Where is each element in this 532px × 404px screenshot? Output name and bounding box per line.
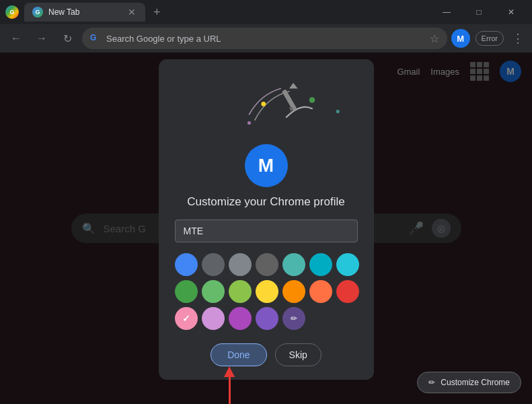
back-button[interactable]: ← [5, 28, 27, 49]
customize-chrome-button[interactable]: ✏ Customize Chrome [417, 372, 521, 393]
profile-avatar-modal: M [245, 144, 288, 187]
color-swatch-gray3[interactable] [256, 253, 278, 276]
color-swatch-custom-edit[interactable] [282, 307, 305, 330]
color-swatch-blue1[interactable] [175, 253, 198, 276]
title-bar-controls: — □ ✕ [431, 3, 527, 22]
color-swatch-teal1[interactable] [282, 253, 305, 276]
minimize-button[interactable]: — [431, 3, 462, 22]
profile-avatar-nav[interactable]: M [451, 29, 470, 48]
color-swatch-orange2[interactable] [309, 280, 332, 303]
color-swatch-purple2[interactable] [256, 307, 278, 330]
done-button[interactable]: Done [211, 343, 266, 366]
forward-button[interactable]: → [31, 28, 52, 49]
tab-title: New Tab [48, 7, 121, 17]
new-tab-button[interactable]: + [148, 3, 166, 22]
color-swatch-pink1-selected[interactable] [175, 307, 198, 330]
color-swatch-green1[interactable] [175, 280, 198, 303]
modal-buttons: Done Skip [211, 343, 321, 366]
red-arrow-annotation [224, 366, 235, 404]
color-swatch-pink2[interactable] [202, 307, 225, 330]
color-swatch-green3[interactable] [229, 280, 252, 303]
color-swatch-yellow1[interactable] [256, 280, 278, 303]
title-bar: G G New Tab ✕ + — □ ✕ [0, 0, 532, 24]
color-swatch-teal2[interactable] [309, 253, 332, 276]
tab-favicon: G [32, 7, 43, 18]
color-swatch-green2[interactable] [202, 280, 225, 303]
window-controls: G [5, 5, 19, 19]
skip-button[interactable]: Skip [275, 343, 321, 366]
address-bar[interactable]: G Search Google or type a URL ☆ [82, 28, 447, 49]
modal-title: Customize your Chrome profile [187, 195, 344, 209]
tab-close-button[interactable]: ✕ [126, 5, 137, 19]
svg-point-4 [336, 110, 339, 113]
maximize-button[interactable]: □ [463, 3, 494, 22]
error-button[interactable]: Error [476, 31, 504, 46]
color-swatch-cyan1[interactable] [336, 253, 359, 276]
main-content: Gmail Images M 🔍 Search G 🎤 ◎ [0, 53, 532, 404]
color-swatch-red1[interactable] [336, 280, 359, 303]
close-button[interactable]: ✕ [496, 3, 527, 22]
active-tab[interactable]: G New Tab ✕ [24, 3, 145, 22]
profile-customize-modal: M Customize your Chrome profile [159, 59, 374, 380]
modal-overlay: M Customize your Chrome profile [0, 53, 532, 404]
svg-point-5 [247, 121, 250, 125]
tab-bar: G New Tab ✕ + [24, 3, 426, 22]
color-swatch-gray2[interactable] [229, 253, 252, 276]
bookmark-icon[interactable]: ☆ [430, 32, 439, 45]
color-swatch-orange1[interactable] [282, 280, 305, 303]
menu-button[interactable]: ⋮ [509, 28, 527, 48]
svg-point-2 [261, 102, 266, 106]
color-swatch-purple1[interactable] [229, 307, 252, 330]
svg-marker-6 [289, 83, 298, 89]
profile-area: M Error ⋮ [451, 28, 527, 48]
reload-button[interactable]: ↻ [56, 28, 78, 49]
google-icon: G [90, 33, 101, 44]
chrome-icon: G [5, 5, 19, 19]
customize-chrome-label: Customize Chrome [441, 378, 510, 387]
svg-point-3 [309, 97, 315, 103]
color-grid [175, 253, 358, 330]
color-swatch-gray1[interactable] [202, 253, 225, 276]
nav-bar: ← → ↻ G Search Google or type a URL ☆ M … [0, 24, 532, 53]
modal-illustration [175, 75, 358, 136]
profile-name-input[interactable] [175, 220, 358, 242]
pencil-icon: ✏ [428, 378, 435, 387]
address-text: Search Google or type a URL [106, 34, 424, 44]
